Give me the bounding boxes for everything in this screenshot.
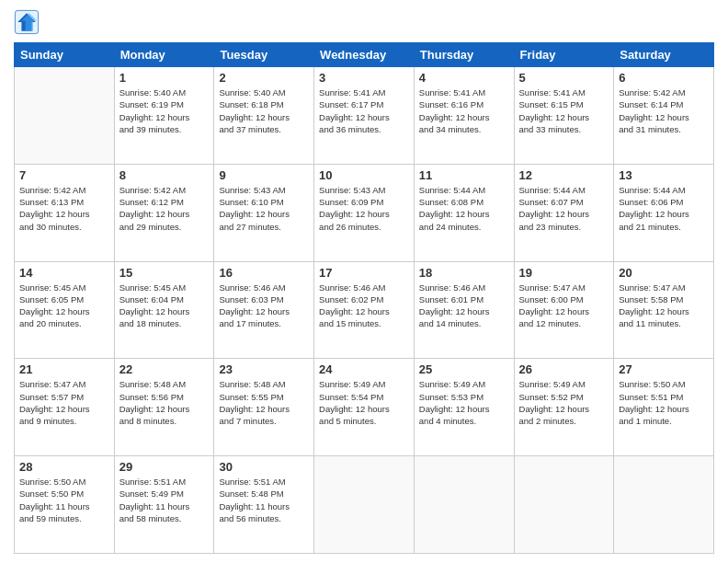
header <box>14 9 714 35</box>
day-number: 9 <box>219 168 309 182</box>
logo <box>14 9 43 35</box>
calendar-cell: 24Sunrise: 5:49 AM Sunset: 5:54 PM Dayli… <box>314 359 415 456</box>
day-info: Sunrise: 5:51 AM Sunset: 5:48 PM Dayligh… <box>219 476 309 524</box>
calendar-cell: 2Sunrise: 5:40 AM Sunset: 6:18 PM Daylig… <box>214 67 314 165</box>
weekday-header-friday: Friday <box>514 43 614 67</box>
calendar-cell: 27Sunrise: 5:50 AM Sunset: 5:51 PM Dayli… <box>614 359 714 456</box>
day-info: Sunrise: 5:49 AM Sunset: 5:54 PM Dayligh… <box>319 378 409 427</box>
week-row-5: 28Sunrise: 5:50 AM Sunset: 5:50 PM Dayli… <box>15 456 714 554</box>
day-number: 1 <box>119 71 210 85</box>
calendar-cell: 26Sunrise: 5:49 AM Sunset: 5:52 PM Dayli… <box>514 359 614 456</box>
day-number: 12 <box>519 168 609 182</box>
day-number: 30 <box>219 460 309 474</box>
calendar-cell: 5Sunrise: 5:41 AM Sunset: 6:15 PM Daylig… <box>514 67 614 165</box>
calendar-cell: 28Sunrise: 5:50 AM Sunset: 5:50 PM Dayli… <box>15 456 115 554</box>
day-info: Sunrise: 5:44 AM Sunset: 6:06 PM Dayligh… <box>619 184 709 233</box>
weekday-header-wednesday: Wednesday <box>314 43 415 67</box>
day-info: Sunrise: 5:48 AM Sunset: 5:56 PM Dayligh… <box>119 378 210 427</box>
day-info: Sunrise: 5:44 AM Sunset: 6:07 PM Dayligh… <box>519 184 609 233</box>
day-number: 13 <box>619 168 709 182</box>
day-number: 2 <box>219 71 309 85</box>
calendar-cell: 13Sunrise: 5:44 AM Sunset: 6:06 PM Dayli… <box>614 164 714 261</box>
day-number: 6 <box>619 71 709 85</box>
calendar-cell: 6Sunrise: 5:42 AM Sunset: 6:14 PM Daylig… <box>614 67 714 165</box>
calendar-cell: 16Sunrise: 5:46 AM Sunset: 6:03 PM Dayli… <box>214 261 314 359</box>
calendar-cell: 21Sunrise: 5:47 AM Sunset: 5:57 PM Dayli… <box>15 359 115 456</box>
calendar-cell <box>15 67 115 165</box>
day-info: Sunrise: 5:48 AM Sunset: 5:55 PM Dayligh… <box>219 378 309 427</box>
calendar-cell: 30Sunrise: 5:51 AM Sunset: 5:48 PM Dayli… <box>214 456 314 554</box>
day-number: 14 <box>19 266 109 280</box>
calendar-cell: 1Sunrise: 5:40 AM Sunset: 6:19 PM Daylig… <box>114 67 214 165</box>
day-number: 11 <box>419 168 509 182</box>
day-info: Sunrise: 5:47 AM Sunset: 5:58 PM Dayligh… <box>619 282 709 330</box>
day-info: Sunrise: 5:50 AM Sunset: 5:50 PM Dayligh… <box>19 476 109 524</box>
day-info: Sunrise: 5:49 AM Sunset: 5:53 PM Dayligh… <box>419 378 509 427</box>
day-info: Sunrise: 5:46 AM Sunset: 6:02 PM Dayligh… <box>319 282 409 330</box>
weekday-header-saturday: Saturday <box>614 43 714 67</box>
calendar-cell <box>514 456 614 554</box>
calendar-cell <box>614 456 714 554</box>
calendar-cell: 9Sunrise: 5:43 AM Sunset: 6:10 PM Daylig… <box>214 164 314 261</box>
day-number: 29 <box>119 460 210 474</box>
day-number: 4 <box>419 71 509 85</box>
calendar-cell: 19Sunrise: 5:47 AM Sunset: 6:00 PM Dayli… <box>514 261 614 359</box>
calendar-cell: 23Sunrise: 5:48 AM Sunset: 5:55 PM Dayli… <box>214 359 314 456</box>
week-row-3: 14Sunrise: 5:45 AM Sunset: 6:05 PM Dayli… <box>15 261 714 359</box>
weekday-header-row: SundayMondayTuesdayWednesdayThursdayFrid… <box>15 43 714 67</box>
day-info: Sunrise: 5:40 AM Sunset: 6:18 PM Dayligh… <box>219 86 309 135</box>
calendar-cell <box>314 456 415 554</box>
calendar-cell: 29Sunrise: 5:51 AM Sunset: 5:49 PM Dayli… <box>114 456 214 554</box>
day-number: 21 <box>19 362 109 376</box>
day-info: Sunrise: 5:47 AM Sunset: 6:00 PM Dayligh… <box>519 282 609 330</box>
logo-icon <box>14 9 40 35</box>
day-number: 17 <box>319 266 409 280</box>
day-info: Sunrise: 5:42 AM Sunset: 6:13 PM Dayligh… <box>19 184 109 233</box>
day-number: 10 <box>319 168 409 182</box>
day-info: Sunrise: 5:42 AM Sunset: 6:12 PM Dayligh… <box>119 184 210 233</box>
day-info: Sunrise: 5:43 AM Sunset: 6:10 PM Dayligh… <box>219 184 309 233</box>
day-number: 15 <box>119 266 210 280</box>
day-number: 23 <box>219 362 309 376</box>
day-number: 26 <box>519 362 609 376</box>
calendar-cell: 22Sunrise: 5:48 AM Sunset: 5:56 PM Dayli… <box>114 359 214 456</box>
calendar-cell: 15Sunrise: 5:45 AM Sunset: 6:04 PM Dayli… <box>114 261 214 359</box>
day-info: Sunrise: 5:47 AM Sunset: 5:57 PM Dayligh… <box>19 378 109 427</box>
week-row-2: 7Sunrise: 5:42 AM Sunset: 6:13 PM Daylig… <box>15 164 714 261</box>
weekday-header-thursday: Thursday <box>414 43 514 67</box>
calendar-cell: 12Sunrise: 5:44 AM Sunset: 6:07 PM Dayli… <box>514 164 614 261</box>
day-info: Sunrise: 5:46 AM Sunset: 6:01 PM Dayligh… <box>419 282 509 330</box>
weekday-header-sunday: Sunday <box>15 43 115 67</box>
page: SundayMondayTuesdayWednesdayThursdayFrid… <box>0 0 728 563</box>
day-number: 25 <box>419 362 509 376</box>
day-number: 7 <box>19 168 109 182</box>
day-info: Sunrise: 5:51 AM Sunset: 5:49 PM Dayligh… <box>119 476 210 524</box>
calendar-cell: 8Sunrise: 5:42 AM Sunset: 6:12 PM Daylig… <box>114 164 214 261</box>
day-number: 20 <box>619 266 709 280</box>
day-info: Sunrise: 5:45 AM Sunset: 6:05 PM Dayligh… <box>19 282 109 330</box>
calendar-cell: 3Sunrise: 5:41 AM Sunset: 6:17 PM Daylig… <box>314 67 415 165</box>
day-number: 22 <box>119 362 210 376</box>
calendar-cell <box>414 456 514 554</box>
day-number: 3 <box>319 71 409 85</box>
calendar-cell: 18Sunrise: 5:46 AM Sunset: 6:01 PM Dayli… <box>414 261 514 359</box>
day-info: Sunrise: 5:50 AM Sunset: 5:51 PM Dayligh… <box>619 378 709 427</box>
calendar-cell: 11Sunrise: 5:44 AM Sunset: 6:08 PM Dayli… <box>414 164 514 261</box>
day-number: 24 <box>319 362 409 376</box>
day-number: 18 <box>419 266 509 280</box>
weekday-header-monday: Monday <box>114 43 214 67</box>
day-number: 27 <box>619 362 709 376</box>
day-info: Sunrise: 5:40 AM Sunset: 6:19 PM Dayligh… <box>119 86 210 135</box>
day-number: 19 <box>519 266 609 280</box>
weekday-header-tuesday: Tuesday <box>214 43 314 67</box>
calendar-cell: 7Sunrise: 5:42 AM Sunset: 6:13 PM Daylig… <box>15 164 115 261</box>
day-info: Sunrise: 5:46 AM Sunset: 6:03 PM Dayligh… <box>219 282 309 330</box>
day-info: Sunrise: 5:41 AM Sunset: 6:17 PM Dayligh… <box>319 86 409 135</box>
calendar-cell: 17Sunrise: 5:46 AM Sunset: 6:02 PM Dayli… <box>314 261 415 359</box>
day-info: Sunrise: 5:42 AM Sunset: 6:14 PM Dayligh… <box>619 86 709 135</box>
week-row-4: 21Sunrise: 5:47 AM Sunset: 5:57 PM Dayli… <box>15 359 714 456</box>
day-number: 5 <box>519 71 609 85</box>
calendar-cell: 4Sunrise: 5:41 AM Sunset: 6:16 PM Daylig… <box>414 67 514 165</box>
day-info: Sunrise: 5:41 AM Sunset: 6:15 PM Dayligh… <box>519 86 609 135</box>
week-row-1: 1Sunrise: 5:40 AM Sunset: 6:19 PM Daylig… <box>15 67 714 165</box>
